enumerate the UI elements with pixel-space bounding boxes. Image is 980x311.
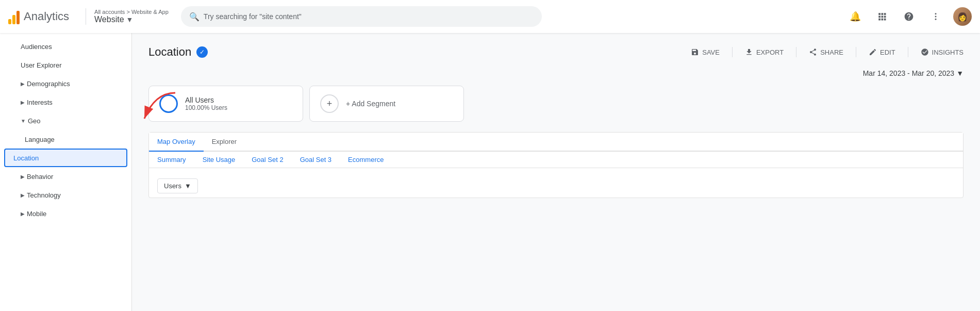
- sidebar-item-interests[interactable]: ▶ Interests: [0, 93, 131, 111]
- expand-icon: ▼: [21, 118, 26, 124]
- expand-icon: ▶: [21, 81, 25, 87]
- share-button[interactable]: SHARE: [809, 48, 843, 56]
- sidebar-item-audiences[interactable]: Audiences: [0, 37, 131, 56]
- segment-info: All Users 100.00% Users: [185, 96, 227, 111]
- logo-bar-3: [16, 11, 20, 24]
- expand-icon: ▶: [21, 192, 25, 198]
- users-dropdown[interactable]: Users ▼: [157, 178, 198, 193]
- page-header: Location ✓ SAVE EXPORT SHARE: [148, 45, 964, 59]
- search-placeholder: Try searching for "site content": [204, 12, 302, 21]
- date-range[interactable]: Mar 14, 2023 - Mar 20, 2023 ▼: [148, 69, 964, 77]
- svg-rect-7: [882, 19, 884, 21]
- app-name: Analytics: [24, 10, 69, 23]
- segment-all-users[interactable]: All Users 100.00% Users: [148, 86, 303, 122]
- logo-bar-2: [12, 15, 15, 24]
- segment-icon: [159, 94, 178, 113]
- header-actions: 🔔 👩: [846, 7, 972, 26]
- edit-button[interactable]: EDIT: [869, 48, 895, 56]
- sidebar-item-technology[interactable]: ▶ Technology: [0, 186, 131, 204]
- svg-rect-4: [882, 16, 884, 18]
- main-content: Location ✓ SAVE EXPORT SHARE: [132, 33, 980, 311]
- avatar-image: 👩: [953, 7, 972, 26]
- svg-rect-8: [884, 19, 886, 21]
- sidebar-item-behavior[interactable]: ▶ Behavior: [0, 167, 131, 186]
- segments-area: All Users 100.00% Users + + Add Segment: [148, 86, 964, 122]
- tab-map-overlay[interactable]: Map Overlay: [149, 133, 204, 152]
- tab-explorer[interactable]: Explorer: [204, 133, 245, 152]
- header-divider: [86, 8, 86, 25]
- action-divider: [732, 47, 733, 57]
- svg-rect-3: [878, 16, 881, 18]
- page-title-area: Location ✓: [148, 45, 208, 59]
- logo-area: Analytics: [8, 9, 69, 24]
- notifications-button[interactable]: 🔔: [846, 7, 865, 26]
- sub-tab-site-usage[interactable]: Site Usage: [194, 152, 244, 168]
- sub-tab-row: Summary Site Usage Goal Set 2 Goal Set 3…: [149, 152, 963, 168]
- breadcrumb-bottom[interactable]: Website ▼: [94, 15, 169, 24]
- save-button[interactable]: SAVE: [691, 48, 720, 56]
- help-button[interactable]: [900, 7, 918, 26]
- sidebar-item-geo[interactable]: ▼ Geo: [0, 111, 131, 130]
- action-divider-3: [856, 47, 856, 57]
- sidebar-item-location[interactable]: Location: [4, 149, 127, 167]
- chevron-down-icon: ▼: [185, 182, 191, 190]
- export-button[interactable]: EXPORT: [745, 48, 784, 56]
- sidebar: Audiences User Explorer ▶ Demographics ▶…: [0, 33, 132, 311]
- logo-bar-1: [8, 19, 11, 24]
- verified-badge: ✓: [196, 46, 208, 58]
- content-panel: Map Overlay Explorer Summary Site Usage …: [148, 132, 964, 198]
- avatar[interactable]: 👩: [953, 7, 972, 26]
- sub-tab-summary[interactable]: Summary: [149, 152, 194, 168]
- search-icon: 🔍: [189, 12, 200, 22]
- svg-rect-1: [882, 13, 884, 15]
- more-button[interactable]: [926, 7, 945, 26]
- search-bar[interactable]: 🔍 Try searching for "site content": [181, 6, 542, 27]
- sidebar-item-language[interactable]: Language: [0, 130, 131, 149]
- page-actions: SAVE EXPORT SHARE EDIT: [691, 47, 964, 57]
- insights-button[interactable]: INSIGHTS: [921, 48, 964, 56]
- tab-row: Map Overlay Explorer: [149, 133, 963, 152]
- expand-icon: ▶: [21, 174, 25, 179]
- svg-point-10: [935, 16, 937, 18]
- apps-button[interactable]: [873, 7, 891, 26]
- sidebar-item-demographics[interactable]: ▶ Demographics: [0, 74, 131, 93]
- sub-tab-goal-set-3[interactable]: Goal Set 3: [292, 152, 340, 168]
- svg-rect-0: [878, 13, 881, 15]
- content-body: Users ▼: [149, 168, 963, 198]
- segment-add[interactable]: + + Add Segment: [309, 86, 464, 122]
- chevron-down-icon: ▼: [126, 15, 134, 24]
- sub-tab-goal-set-2[interactable]: Goal Set 2: [243, 152, 291, 168]
- sub-tab-ecommerce[interactable]: Ecommerce: [340, 152, 392, 168]
- chevron-down-icon: ▼: [956, 69, 964, 77]
- main-layout: Audiences User Explorer ▶ Demographics ▶…: [0, 33, 980, 311]
- add-segment-icon: +: [320, 94, 339, 113]
- svg-point-11: [935, 19, 937, 20]
- app-header: Analytics All accounts > Website & App W…: [0, 0, 980, 33]
- action-divider-4: [908, 47, 908, 57]
- breadcrumb-top: All accounts > Website & App: [94, 9, 169, 15]
- breadcrumb: All accounts > Website & App Website ▼: [94, 9, 169, 24]
- expand-icon: ▶: [21, 211, 25, 217]
- svg-point-9: [935, 13, 937, 14]
- svg-rect-2: [884, 13, 886, 15]
- svg-rect-5: [884, 16, 886, 18]
- sidebar-item-mobile[interactable]: ▶ Mobile: [0, 204, 131, 223]
- sidebar-item-user-explorer[interactable]: User Explorer: [0, 56, 131, 74]
- page-title: Location: [148, 45, 191, 59]
- svg-rect-6: [878, 19, 881, 21]
- logo-icon: [8, 9, 20, 24]
- action-divider-2: [796, 47, 796, 57]
- expand-icon: ▶: [21, 100, 25, 105]
